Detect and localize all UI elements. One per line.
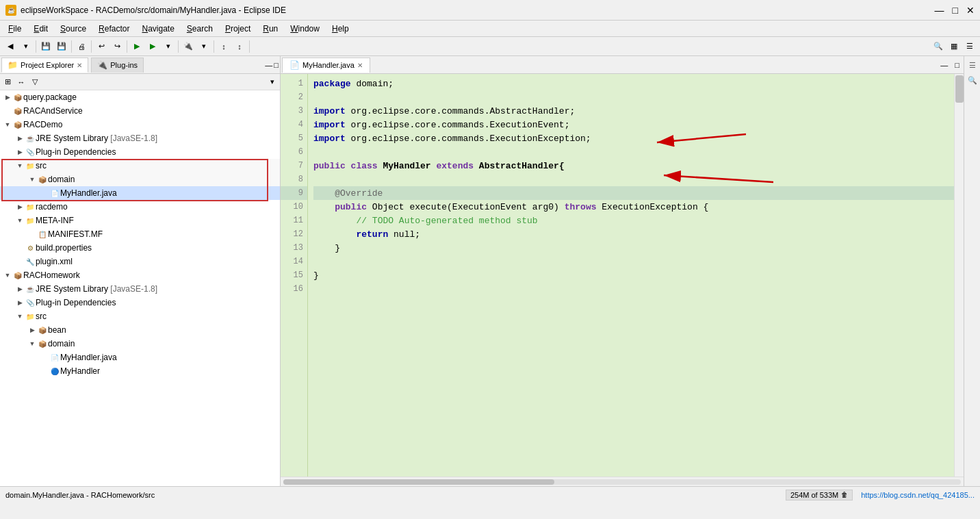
tree-arrow[interactable]: ▼: [27, 176, 37, 183]
tb-ext-btn[interactable]: 🔌: [181, 39, 196, 54]
tb-save-btn[interactable]: 💾: [38, 39, 53, 54]
tb-print-btn[interactable]: 🖨: [74, 39, 89, 54]
tree-item-jre2[interactable]: ▶ ☕ JRE System Library [JavaSE-1.8]: [0, 282, 280, 296]
tree-item-myhandler-java[interactable]: 📄 MyHandler.java: [0, 186, 280, 200]
tree-item-myhandler-class[interactable]: 🔵 MyHandler: [0, 364, 280, 378]
line-num-8: 8: [281, 173, 307, 186]
sidebar-properties-icon[interactable]: 🔍: [966, 74, 979, 86]
tree-arrow[interactable]: ▼: [15, 217, 25, 224]
tree-arrow[interactable]: ▼: [15, 162, 25, 169]
tree-item-build-props[interactable]: ⚙ build.properties: [0, 241, 280, 255]
tree-arrow[interactable]: ▶: [15, 286, 25, 292]
window-title: eclipseWorkSpace - RACDemo/src/domain/My…: [21, 5, 286, 15]
tree-item-rachomework[interactable]: ▼ 📦 RACHomework: [0, 268, 280, 282]
tree-arrow[interactable]: ▶: [15, 299, 25, 306]
racdemo-icon: 📁: [25, 202, 36, 212]
scrollbar-thumb[interactable]: [955, 75, 964, 103]
tree-item-plugin-deps2[interactable]: ▶ 📎 Plug-in Dependencies: [0, 296, 280, 309]
project-explorer-close[interactable]: ✕: [77, 62, 82, 69]
menu-search[interactable]: Search: [181, 23, 218, 35]
minimize-button[interactable]: —: [935, 5, 944, 16]
tb-back-btn[interactable]: ◀: [3, 39, 18, 54]
tree-item-query-package[interactable]: ▶ 📦 query.package: [0, 90, 280, 104]
menu-navigate[interactable]: Navigate: [136, 23, 179, 35]
sidebar-tasks-icon[interactable]: ☰: [966, 59, 979, 71]
tb-ext2-btn[interactable]: ▾: [196, 39, 211, 54]
tree-label: query.package: [23, 92, 77, 102]
h-scrollbar-thumb[interactable]: [283, 479, 554, 485]
tree-item-manifest[interactable]: 📋 MANIFEST.MF: [0, 227, 280, 241]
menu-source[interactable]: Source: [55, 23, 92, 35]
tree-arrow[interactable]: ▶: [3, 94, 12, 101]
tb-persp-btn[interactable]: ☰: [962, 39, 977, 54]
right-sidebar: ☰ 🔍: [964, 56, 980, 486]
maximize-button[interactable]: □: [953, 5, 958, 16]
menu-help[interactable]: Help: [326, 23, 354, 35]
tb-search-btn[interactable]: 🔍: [931, 39, 946, 54]
tree-arrow[interactable]: ▶: [15, 203, 25, 210]
tb-run-btn[interactable]: ▶: [145, 39, 160, 54]
gc-icon[interactable]: 🗑: [841, 491, 848, 498]
filter-btn[interactable]: ▽: [29, 76, 41, 88]
package-icon: 📦: [12, 120, 23, 129]
tb-redo-btn[interactable]: ↪: [109, 39, 125, 54]
tree-item-plugin-deps[interactable]: ▶ 📎 Plug-in Dependencies: [0, 145, 280, 159]
tree-item-domain2[interactable]: ▼ 📦 domain: [0, 337, 280, 351]
tb-forward-btn[interactable]: ▾: [18, 39, 34, 54]
code-content[interactable]: package domain; import org.eclipse.core.…: [308, 74, 954, 477]
tb-nav-btn[interactable]: ↕: [216, 39, 231, 54]
minimize-panel-btn[interactable]: —: [265, 61, 272, 69]
tab-plugins[interactable]: 🔌 Plug-ins: [91, 58, 144, 73]
tb-save-all-btn[interactable]: 💾: [54, 39, 69, 54]
maximize-editor-btn[interactable]: □: [952, 61, 962, 69]
minimize-editor-btn[interactable]: —: [938, 61, 951, 69]
tree-arrow[interactable]: ▶: [15, 149, 25, 155]
tree-item-racandservice[interactable]: 📦 RACAndService: [0, 104, 280, 118]
tree-arrow[interactable]: ▼: [3, 272, 12, 279]
tab-project-explorer[interactable]: 📁 Project Explorer ✕: [1, 58, 88, 73]
tree-item-myhandler2[interactable]: 📄 MyHandler.java: [0, 351, 280, 364]
line-num-16: 16: [281, 282, 307, 296]
tb-undo-btn[interactable]: ↩: [94, 39, 109, 54]
close-button[interactable]: ✕: [966, 5, 975, 16]
tb-run2-btn[interactable]: ▾: [161, 39, 176, 54]
tree-arrow[interactable]: ▼: [15, 313, 25, 320]
tree-arrow[interactable]: ▶: [15, 135, 25, 142]
tree-item-jre[interactable]: ▶ ☕ JRE System Library [JavaSE-1.8]: [0, 131, 280, 145]
tree-item-meta-inf[interactable]: ▼ 📁 META-INF: [0, 214, 280, 227]
tb-layout-btn[interactable]: ▦: [946, 39, 962, 54]
tree-item-plugin-xml[interactable]: 🔧 plugin.xml: [0, 255, 280, 268]
editor-scrollbar[interactable]: [954, 74, 964, 477]
menu-refactor[interactable]: Refactor: [93, 23, 135, 35]
tb-debug-btn[interactable]: ▶: [129, 39, 144, 54]
menu-window[interactable]: Window: [285, 23, 325, 35]
tree-item-racdemo-pkg[interactable]: ▶ 📁 racdemo: [0, 200, 280, 214]
tree-item-domain[interactable]: ▼ 📦 domain: [0, 173, 280, 186]
link-editor-btn[interactable]: ↔: [15, 76, 27, 88]
tree-item-src[interactable]: ▼ 📁 src: [0, 159, 280, 173]
maximize-panel-btn[interactable]: □: [274, 61, 279, 69]
menu-project[interactable]: Project: [220, 23, 256, 35]
package-icon: 📦: [12, 106, 23, 116]
tree-label: domain: [48, 175, 75, 184]
menu-run[interactable]: Run: [257, 23, 283, 35]
tree-item-src2[interactable]: ▼ 📁 src: [0, 309, 280, 323]
editor-tab-close[interactable]: ✕: [357, 62, 363, 69]
title-bar-controls[interactable]: — □ ✕: [935, 5, 975, 16]
memory-indicator[interactable]: 254M of 533M 🗑: [786, 490, 853, 501]
h-scrollbar-track[interactable]: [283, 479, 961, 485]
tree-item-bean[interactable]: ▶ 📦 bean: [0, 323, 280, 337]
tree-arrow[interactable]: ▼: [27, 340, 37, 347]
tree-arrow[interactable]: ▶: [27, 327, 37, 333]
line-num-2: 2: [281, 90, 307, 104]
collapse-all-btn[interactable]: ⊞: [1, 76, 14, 88]
class-icon: 🔵: [49, 366, 60, 376]
menu-file[interactable]: File: [3, 23, 27, 35]
menu-edit[interactable]: Edit: [28, 23, 53, 35]
tree-arrow[interactable]: ▼: [3, 121, 12, 128]
right-panel: 📄 MyHandler.java ✕ — □ 1 2 3 4 5 6 7 8 9: [281, 56, 964, 486]
view-menu-btn[interactable]: ▾: [266, 76, 279, 88]
tree-item-racdemo[interactable]: ▼ 📦 RACDemo: [0, 118, 280, 131]
tb-nav2-btn[interactable]: ↕: [232, 39, 247, 54]
editor-tab-myhandler[interactable]: 📄 MyHandler.java ✕: [282, 58, 370, 73]
